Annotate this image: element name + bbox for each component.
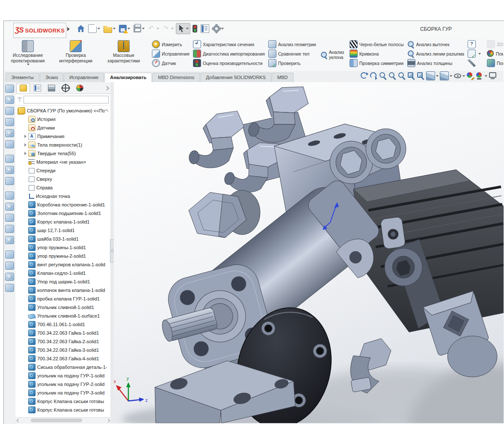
tree-item[interactable]: 700.34.22.063 Гайка-4-solid1 — [15, 354, 110, 363]
featuremanager-tab[interactable] — [16, 83, 30, 93]
tree-filter-input[interactable] — [24, 96, 109, 103]
tree-item[interactable]: Тела поверхности(1) — [15, 141, 110, 149]
import-diagnostics-button[interactable]: Диагностика импортирования — [192, 50, 266, 58]
tree-item[interactable]: Корпус Клапана сиськи готовы — [15, 397, 110, 406]
tree-item[interactable]: Материал <не указан> — [15, 158, 110, 166]
command-tab[interactable]: Добавления SOLIDWORKS — [200, 73, 271, 82]
command-tab[interactable]: Исправление — [64, 73, 104, 82]
tree-item[interactable]: 700.46.11.061-1-solid1 — [15, 320, 110, 329]
roll-view-button[interactable] — [370, 72, 378, 80]
view-settings-button[interactable] — [489, 72, 497, 80]
tree-item[interactable]: Сверху — [15, 175, 110, 183]
side-tool-4-button[interactable] — [5, 118, 14, 126]
zebra-stripes-button[interactable]: Черно-белые полосы — [349, 40, 405, 48]
view-orientation-button[interactable] — [426, 71, 439, 80]
side-tool-3-button[interactable] — [5, 107, 14, 115]
undo-button[interactable] — [147, 24, 160, 34]
side-tool-11-button[interactable] — [5, 203, 14, 211]
tree-scroll-up-icon[interactable] — [105, 109, 109, 113]
tree-item[interactable]: Коробочка построение-1-solid1 — [15, 200, 110, 209]
model-boss[interactable] — [448, 336, 497, 377]
side-tool-15-button[interactable] — [5, 250, 14, 259]
edit-appearance-button[interactable] — [466, 72, 474, 80]
propertymanager-tab[interactable] — [30, 83, 44, 93]
repair-button[interactable]: Исправление — [151, 50, 190, 58]
measure-button[interactable]: Измерить — [151, 40, 190, 48]
tree-item[interactable]: Датчики — [15, 124, 110, 132]
command-tab[interactable]: Элементы — [6, 73, 39, 82]
tree-item[interactable]: Угольник сливной-1-surface1 — [15, 312, 110, 320]
performance-evaluation-button[interactable]: Оценка производительности — [192, 59, 266, 67]
tree-item[interactable]: винт регулиров клапана-1-solid — [15, 260, 110, 269]
tree-item[interactable]: Спереди — [15, 166, 110, 175]
tree-item[interactable]: Упор под шарик-1-solid1 — [15, 277, 110, 286]
run-assistant-button[interactable]: Помощник вып — [486, 59, 503, 67]
unload-assistant-button[interactable]: Помощник выг — [486, 50, 503, 58]
apply-scene-button[interactable] — [476, 72, 487, 80]
side-tool-9-button[interactable] — [5, 177, 14, 185]
thickness-analysis-button[interactable]: Анализ толщины — [406, 59, 465, 67]
side-tool-7-button[interactable] — [5, 155, 14, 163]
menu-flyout-arrow-icon[interactable] — [67, 27, 70, 31]
hide-show-items-button[interactable] — [454, 72, 465, 80]
tree-item[interactable]: История — [15, 115, 110, 124]
check-button[interactable]: Проверить — [267, 59, 317, 67]
command-tab[interactable]: Эскиз — [40, 73, 63, 82]
3d-model-view[interactable]: x y z — [114, 82, 504, 423]
tree-root-item[interactable]: СБОРКА ГУР (По умолчанию) <<Пс — [15, 106, 110, 115]
print-button[interactable] — [132, 24, 146, 34]
side-tool-1-button[interactable] — [5, 85, 14, 93]
tree-item[interactable]: колпачок винта клапана-1-solid — [15, 286, 110, 294]
tree-item[interactable]: упор пружины-1-solid1 — [15, 243, 110, 252]
panel-horizontal-scrollbar[interactable] — [15, 417, 110, 423]
geometry-analysis-button[interactable]: Анализ геометрии — [267, 40, 317, 48]
new-document-button[interactable] — [87, 23, 101, 34]
graphics-viewport[interactable]: x y z — [114, 82, 504, 423]
scroll-left-icon[interactable] — [15, 418, 21, 423]
dimxpertmanager-tab[interactable] — [59, 83, 72, 93]
side-tool-10-button[interactable] — [5, 191, 14, 200]
tree-item[interactable]: угольник на подачу ГУР-3-solid — [15, 389, 110, 397]
scrollbar-thumb[interactable] — [31, 418, 82, 422]
display-options-button[interactable] — [199, 23, 210, 34]
parting-line-analysis-button[interactable]: Анализ линии разъема — [406, 50, 465, 58]
mass-properties-button[interactable]: Массовые характеристики — [100, 38, 148, 71]
tree-item[interactable]: 700.34.22.063 Гайка-1-solid1 — [15, 329, 110, 337]
tree-item[interactable]: Исходная точка — [15, 192, 110, 200]
curvature-button[interactable]: Кривизна — [349, 50, 405, 58]
tree-item[interactable]: Золотник-подшипник-1-solid1 — [15, 209, 110, 218]
symmetry-check-button[interactable]: Проверка симметрии — [349, 59, 405, 67]
tree-item[interactable]: пробка клапана ГУР-1-solid1 — [15, 294, 110, 303]
previous-view-button[interactable] — [398, 72, 406, 80]
side-tool-18-button[interactable] — [5, 284, 14, 292]
tree-item[interactable]: Твердые тела(55) — [15, 149, 110, 158]
sensor-button[interactable]: Датчик — [151, 59, 190, 67]
zoom-area-button[interactable] — [388, 72, 397, 80]
tree-item[interactable]: 700.34.22.063 Гайка-2-solid1 — [15, 337, 110, 346]
scroll-right-icon[interactable] — [105, 418, 110, 423]
section-view-button[interactable] — [407, 72, 415, 80]
side-tool-14-button[interactable] — [5, 236, 14, 244]
configurationmanager-tab[interactable] — [44, 83, 58, 93]
side-tool-16-button[interactable] — [5, 262, 14, 270]
side-tool-6-button[interactable] — [5, 140, 14, 148]
save-button[interactable] — [118, 24, 131, 34]
tree-item[interactable]: Угольник сливной-1-solid1 — [15, 303, 110, 312]
3dexperience-button[interactable]: 3DEXPERIENCE S — [486, 40, 503, 48]
tree-item[interactable]: угольник на подачу ГУР-2-solid — [15, 380, 110, 389]
side-tool-12-button[interactable] — [5, 214, 14, 222]
displaymanager-tab[interactable] — [73, 83, 86, 93]
solidworks-menu[interactable]: ƷS SOLIDWORKS — [13, 23, 66, 38]
compare-bodies-button[interactable]: Сравнение тел — [267, 50, 317, 58]
rotate-view-button[interactable] — [360, 72, 368, 80]
side-tool-2-button[interactable] — [5, 96, 14, 104]
settings-button[interactable] — [211, 24, 225, 34]
side-tool-5-button[interactable] — [5, 129, 14, 137]
undercut-analysis-button[interactable]: Анализ выточек — [406, 40, 465, 48]
tree-item[interactable]: Справа — [15, 183, 110, 192]
tree-item[interactable]: Примечания — [15, 132, 110, 141]
tree-item[interactable]: 700.34.22.063 Гайка-3-solid1 — [15, 346, 110, 354]
side-tool-17-button[interactable] — [5, 273, 14, 281]
tree-item[interactable]: Клапан-седло-1-solid1 — [15, 269, 110, 277]
zoom-fit-button[interactable] — [379, 72, 387, 80]
